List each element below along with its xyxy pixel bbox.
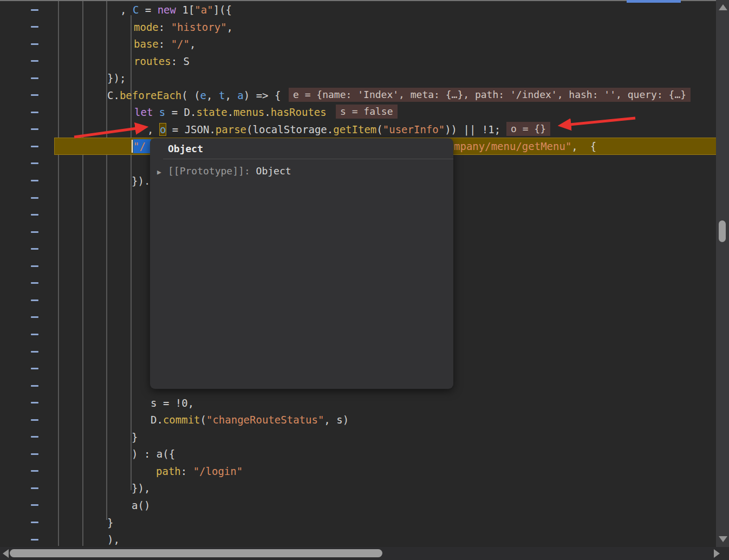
fold-marker-icon[interactable] [31, 402, 38, 403]
selected-token: "/ [133, 139, 151, 153]
scroll-down-icon[interactable] [719, 536, 727, 542]
code-token: mpany/menu/getMenu" [454, 140, 571, 152]
code-token: ( ( [181, 89, 200, 101]
code-token: ( [376, 123, 382, 135]
fold-marker-icon[interactable] [31, 9, 38, 11]
code-line: s = !0, [151, 394, 194, 412]
red-annotation-arrow [74, 128, 136, 137]
code-token: , [227, 21, 233, 33]
vertical-scrollbar[interactable] [716, 0, 729, 547]
scroll-up-icon[interactable] [719, 4, 727, 10]
fold-marker-icon[interactable] [31, 26, 38, 28]
vertical-scrollbar-thumb[interactable] [719, 220, 726, 242]
code-token: path [156, 465, 181, 477]
code-token: let [134, 106, 153, 118]
code-token: e [200, 89, 206, 101]
fold-marker-icon[interactable] [31, 197, 38, 199]
hovered-variable[interactable]: o [160, 123, 166, 135]
fold-marker-icon[interactable] [31, 522, 38, 523]
code-token: a() [132, 499, 150, 511]
code-token: } [132, 431, 138, 443]
code-token [153, 106, 159, 118]
code-token: C. [107, 89, 120, 101]
code-line: } [107, 514, 113, 531]
fold-marker-icon[interactable] [31, 77, 38, 79]
code-token: s [159, 106, 165, 118]
code-token: "a" [194, 4, 213, 16]
code-token: , [147, 123, 160, 135]
fold-marker-icon[interactable] [31, 146, 38, 147]
prototype-row[interactable]: ▶[[Prototype]]: Object [157, 164, 291, 179]
code-token: ]({ [213, 4, 232, 16]
fold-marker-icon[interactable] [31, 419, 38, 421]
fold-marker-icon[interactable] [31, 453, 38, 455]
code-line: let s = D.state.menus.hasRoutes [134, 103, 327, 121]
fold-marker-icon[interactable] [31, 470, 38, 472]
fold-marker-icon[interactable] [31, 351, 38, 353]
fold-marker-icon[interactable] [31, 231, 38, 233]
red-annotation-arrow [570, 118, 635, 125]
fold-marker-icon[interactable] [31, 385, 38, 387]
fold-marker-icon[interactable] [31, 94, 38, 96]
code-token: s = !0, [151, 397, 194, 409]
code-token: . [227, 106, 233, 118]
inline-eval-badge: o = {} [506, 122, 550, 136]
code-token: , [120, 4, 133, 16]
code-line: base: "/", [134, 35, 196, 53]
code-line: path: "/login" [156, 463, 243, 480]
code-line: mode: "history", [134, 18, 233, 36]
fold-marker-icon[interactable] [31, 316, 38, 318]
fold-marker-icon[interactable] [31, 265, 38, 267]
code-line: , o = JSON.parse(localStorage.getItem("u… [147, 121, 500, 138]
code-token: commit [163, 414, 200, 426]
code-line: }), [132, 479, 150, 497]
fold-marker-icon[interactable] [31, 112, 38, 113]
scroll-left-icon[interactable] [3, 549, 9, 558]
text-caret [132, 140, 133, 153]
fold-marker-icon[interactable] [31, 180, 38, 181]
code-token: new [158, 4, 176, 16]
code-line: C.beforeEach( (e, t, a) => { [107, 87, 281, 104]
code-token: C [133, 4, 139, 16]
fold-marker-icon[interactable] [31, 248, 38, 250]
horizontal-scrollbar-thumb[interactable] [10, 549, 382, 557]
code-token: ), [107, 533, 120, 545]
window-top-border [0, 0, 729, 1]
fold-marker-icon[interactable] [31, 43, 38, 45]
scroll-right-icon[interactable] [714, 549, 720, 558]
fold-marker-icon[interactable] [31, 368, 38, 369]
code-token: routes [134, 55, 171, 67]
code-token: a [237, 89, 243, 101]
fold-marker-icon[interactable] [31, 162, 38, 164]
code-line: ), [107, 531, 120, 548]
code-token: ) : a({ [132, 448, 175, 460]
fold-marker-icon[interactable] [31, 436, 38, 438]
code-token: ( [200, 414, 206, 426]
code-token: t [219, 89, 225, 101]
code-token: menus [233, 106, 264, 118]
fold-marker-icon[interactable] [31, 128, 38, 130]
code-token: , [190, 38, 196, 50]
code-token: : [171, 55, 184, 67]
fold-marker-icon[interactable] [31, 487, 38, 489]
fold-marker-icon[interactable] [31, 539, 38, 541]
code-token: S [184, 55, 190, 67]
fold-marker-icon[interactable] [31, 504, 38, 506]
fold-marker-icon[interactable] [31, 282, 38, 284]
expand-triangle-icon[interactable]: ▶ [157, 165, 168, 179]
prototype-separator: : [244, 165, 256, 177]
fold-marker-icon[interactable] [31, 299, 38, 301]
code-token: beforeEach [120, 89, 181, 101]
fold-marker-icon[interactable] [31, 60, 38, 62]
fold-marker-icon[interactable] [31, 334, 38, 335]
code-token: = [139, 4, 157, 16]
code-token: }), [132, 482, 150, 494]
code-token: , [206, 89, 219, 101]
code-line: }). [132, 172, 150, 190]
paused-line-code: mpany/menu/getMenu", { [454, 138, 596, 154]
fold-marker-icon[interactable] [31, 214, 38, 216]
code-token: (localStorage. [246, 123, 333, 135]
code-token: base [134, 38, 159, 50]
code-line: }); [107, 69, 126, 87]
code-token: }). [132, 175, 150, 187]
